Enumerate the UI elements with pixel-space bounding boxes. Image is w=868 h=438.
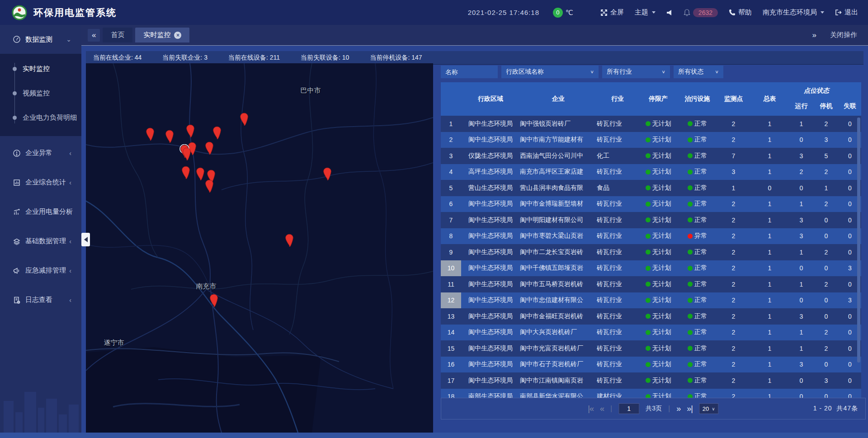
city-label: 南充市 — [196, 282, 217, 291]
map-pin-icon[interactable] — [322, 167, 332, 180]
cell-company: 阆中市江南镇阆南页岩 — [520, 377, 597, 385]
last-page-button[interactable]: »| — [687, 405, 693, 413]
first-page-button[interactable]: |« — [588, 405, 594, 413]
sound-button[interactable] — [666, 9, 673, 16]
table-row[interactable]: 11阆中生态环境局阆中市五马桥页岩机砖砖瓦行业无计划正常21120 — [441, 276, 861, 292]
table-row[interactable]: 8阆中生态环境局阆中市枣碧大梁山页岩砖瓦行业无计划异常21300 — [441, 228, 861, 245]
status-dot-green-icon — [646, 362, 651, 367]
cell-index: 18 — [441, 389, 461, 398]
map-pin-icon[interactable] — [185, 124, 195, 137]
table-row[interactable]: 3仪陇生态环境局西南油气田分公司川中化工无计划正常71350 — [441, 148, 861, 164]
tabs-scroll-right-button[interactable]: » — [812, 31, 816, 40]
cell-production-status: 无计划 — [638, 328, 678, 336]
cell-meters: 1 — [750, 345, 789, 352]
table-row[interactable]: 13阆中生态环境局阆中市金福旺页岩机砖砖瓦行业无计划正常21300 — [441, 308, 861, 325]
cell-stopped: 3 — [814, 377, 839, 384]
table-row[interactable]: 15阆中生态环境局阆中市光富页岩机砖厂砖瓦行业无计划正常21120 — [441, 340, 861, 357]
sidebar-item-5[interactable]: 应急减排管理‹ — [0, 258, 81, 283]
sidebar-subitem-0-0[interactable]: 实时监控 — [0, 57, 81, 81]
sidebar-item-4[interactable]: 基础数据管理‹ — [0, 229, 81, 254]
status-dot-green-icon — [646, 282, 651, 287]
table-row[interactable]: 2阆中生态环境局阆中市南方节能建材有砖瓦行业无计划正常21030 — [441, 132, 861, 148]
map-pin-icon[interactable] — [212, 126, 222, 139]
close-operations-button[interactable]: 关闭操作 — [830, 31, 857, 39]
sidebar-item-1[interactable]: 企业异常‹ — [0, 141, 81, 165]
cell-production-status: 无计划 — [638, 152, 678, 160]
table-scrollbar[interactable] — [857, 118, 860, 396]
stat-label: 当前失联企业: — [162, 54, 202, 61]
org-dropdown[interactable]: 南充市生态环境局 — [763, 8, 824, 17]
notifications-button[interactable]: 2632 — [684, 8, 718, 17]
cell-production-status: 无计划 — [638, 232, 678, 240]
map-pin-icon[interactable] — [165, 129, 175, 143]
table-row[interactable]: 1阆中生态环境局阆中强锐页岩砖厂砖瓦行业无计划正常21120 — [441, 116, 861, 132]
name-filter-input[interactable] — [441, 66, 498, 78]
map-pin-icon[interactable] — [204, 179, 214, 193]
status-dot-red-icon — [688, 234, 693, 239]
table-row[interactable]: 7阆中生态环境局阆中明阳建材有限公司砖瓦行业无计划正常21300 — [441, 212, 861, 228]
facility-status-label: 正常 — [694, 200, 707, 208]
prev-page-button[interactable]: « — [600, 405, 604, 413]
production-status-label: 无计划 — [652, 136, 671, 144]
region-filter-select[interactable]: 行政区域名称 ∨ — [501, 66, 599, 78]
cell-running: 1 — [789, 345, 814, 352]
table-row[interactable]: 6阆中生态环境局阆中市金博瑞新型墙材砖瓦行业无计划正常21120 — [441, 196, 861, 212]
sidebar-collapse-button[interactable] — [81, 233, 90, 246]
cell-meters: 1 — [750, 281, 789, 288]
logout-button[interactable]: 退出 — [835, 8, 858, 17]
temperature-widget: 0 ℃ — [553, 8, 573, 18]
tab-home[interactable]: 首页 — [103, 28, 132, 42]
cell-company: 阆中市南方节能建材有 — [520, 136, 597, 144]
tab-close-icon[interactable]: × — [174, 32, 181, 39]
production-status-label: 无计划 — [652, 344, 671, 353]
cell-region: 阆中生态环境局 — [461, 344, 520, 353]
skyline-decoration — [0, 374, 81, 433]
map-pin-icon[interactable] — [284, 233, 294, 247]
map-pin-icon[interactable] — [239, 112, 249, 126]
facility-status-label: 正常 — [694, 280, 707, 288]
pagination-bar: |« « | 共3页 | » »| 20 ∨ 1 - 20 共47条 — [441, 398, 866, 419]
cell-region: 阆中生态环境局 — [461, 377, 520, 385]
map-pin-icon[interactable] — [195, 167, 205, 180]
sidebar-subitem-0-2[interactable]: 企业电力负荷明细 — [0, 105, 81, 130]
cell-production-status: 无计划 — [638, 248, 678, 256]
map-pin-icon[interactable] — [209, 293, 219, 307]
table-row[interactable]: 5营山生态环境局营山县润丰肉食品有限食品无计划正常10010 — [441, 180, 861, 196]
theme-button[interactable]: 主题 — [635, 8, 656, 17]
cell-facility-status: 正常 — [678, 280, 717, 288]
map-pane[interactable]: 巴中市南充市遂宁市 — [86, 63, 433, 433]
sidebar-item-0[interactable]: 数据监测⌄ — [0, 25, 81, 54]
map-pin-icon[interactable] — [182, 147, 192, 160]
table-row[interactable]: 16阆中生态环境局阆中市石子页岩机砖厂砖瓦行业无计划正常21300 — [441, 357, 861, 373]
table-row[interactable]: 14阆中生态环境局阆中大兴页岩机砖厂砖瓦行业无计划正常21120 — [441, 325, 861, 341]
sidebar-item-3[interactable]: 企业用电量分析‹ — [0, 199, 81, 224]
status-filter-select[interactable]: 所有状态 ∨ — [674, 66, 723, 78]
map-pin-icon[interactable] — [181, 165, 191, 179]
sidebar-subitem-0-1[interactable]: 视频监控 — [0, 81, 81, 105]
sidebar-item-6[interactable]: 日志查看‹ — [0, 287, 81, 312]
table-row[interactable]: 17阆中生态环境局阆中市江南镇阆南页岩砖瓦行业无计划正常21030 — [441, 372, 861, 389]
cell-production-status: 无计划 — [638, 216, 678, 224]
cell-stopped: 0 — [814, 217, 839, 224]
status-dot-green-icon — [688, 170, 693, 174]
table-row[interactable]: 12阆中生态环境局阆中市忠信建材有限公砖瓦行业无计划正常21003 — [441, 292, 861, 309]
page-size-select[interactable]: 20 ∨ — [699, 403, 719, 414]
page-number-input[interactable] — [618, 403, 639, 414]
scrollbar-thumb[interactable] — [857, 118, 860, 363]
next-page-button[interactable]: » — [676, 405, 680, 413]
tabs-scroll-left-button[interactable]: « — [88, 29, 100, 42]
cell-industry: 砖瓦行业 — [597, 377, 638, 385]
table-row[interactable]: 4高坪生态环境局南充市高坪区王家店建砖瓦行业无计划正常31220 — [441, 164, 861, 180]
map-pin-icon[interactable] — [145, 127, 155, 141]
table-row[interactable]: 18南部生态环境局南部县新华水泥有限公建材行业无计划正常21000 — [441, 389, 861, 398]
sidebar-item-2[interactable]: 企业综合统计‹ — [0, 170, 81, 195]
fullscreen-button[interactable]: 全屏 — [600, 8, 624, 17]
table-row[interactable]: 10阆中生态环境局阆中千佛镇五郎垭页岩砖瓦行业无计划正常21003 — [441, 260, 861, 277]
sidebar-subitem-label: 实时监控 — [23, 65, 50, 73]
industry-filter-select[interactable]: 所有行业 ∨ — [602, 66, 670, 78]
help-button[interactable]: 帮助 — [729, 8, 752, 17]
tab-realtime-monitor[interactable]: 实时监控 × — [135, 28, 189, 42]
table-row[interactable]: 9阆中生态环境局阆中市二龙长宝页岩砖砖瓦行业无计划正常21120 — [441, 244, 861, 260]
map-pin-icon[interactable] — [204, 141, 214, 155]
cell-meters: 1 — [750, 329, 789, 336]
